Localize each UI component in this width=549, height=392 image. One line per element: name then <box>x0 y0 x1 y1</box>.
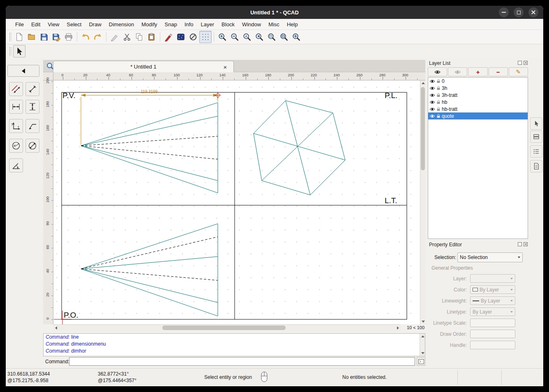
dimension-linear-tool[interactable] <box>25 82 39 96</box>
draw-color-button[interactable] <box>162 31 175 43</box>
horizontal-scrollbar[interactable] <box>53 324 401 331</box>
side-view-hexagon[interactable] <box>254 101 345 195</box>
tab-close-button[interactable]: × <box>221 63 229 71</box>
drawing-frame[interactable] <box>62 92 407 319</box>
layer-row-3h-tratt[interactable]: 3h-tratt <box>428 92 528 99</box>
command-input[interactable] <box>69 357 415 366</box>
palette-back-button[interactable] <box>7 65 39 77</box>
save-as-button[interactable] <box>50 31 62 43</box>
edit-layer-button[interactable]: ✎ <box>509 67 528 76</box>
menu-info[interactable]: Info <box>181 20 197 29</box>
property-linetype-dropdown[interactable]: By Layer <box>470 307 515 316</box>
disable-feature-button[interactable] <box>187 31 199 43</box>
menu-window[interactable]: Window <box>238 20 265 29</box>
menu-file[interactable]: File <box>12 20 28 29</box>
scroll-down-arrow[interactable] <box>420 319 426 324</box>
zoom-in-button[interactable] <box>216 31 228 43</box>
property-lineweight-dropdown[interactable]: By Layer <box>470 296 515 305</box>
menu-misc[interactable]: Misc <box>265 20 283 29</box>
menu-edit[interactable]: Edit <box>28 20 44 29</box>
front-view-hidden-lines[interactable] <box>81 136 218 159</box>
dimension-horizontal-tool[interactable] <box>9 100 23 114</box>
library-browser-toggle[interactable] <box>530 160 542 172</box>
dimension-entity[interactable] <box>81 95 218 145</box>
menu-block[interactable]: Block <box>218 20 238 29</box>
top-view-entities[interactable] <box>81 224 218 316</box>
dimension-angular-tool[interactable] <box>9 158 23 172</box>
command-history-scrollbar[interactable] <box>420 334 425 356</box>
property-editor-toggle[interactable] <box>530 117 542 130</box>
block-list-toggle[interactable] <box>530 145 542 158</box>
close-button[interactable] <box>528 7 538 17</box>
window-zoom-button[interactable] <box>278 31 290 43</box>
layer-row-0[interactable]: 0 <box>428 78 528 85</box>
close-panel-icon[interactable] <box>524 242 528 246</box>
menu-select[interactable]: Select <box>63 20 85 29</box>
title-bar[interactable]: Untitled 1 * - QCAD <box>6 6 543 19</box>
vertical-scrollbar[interactable] <box>420 80 425 324</box>
horizontal-scrollbar-thumb[interactable] <box>162 326 286 330</box>
property-draw-order-input[interactable] <box>470 330 515 338</box>
menu-view[interactable]: View <box>44 20 63 29</box>
minimize-button[interactable] <box>499 7 509 17</box>
layer-row-3h[interactable]: 3h <box>428 85 528 92</box>
property-layer-dropdown[interactable] <box>470 274 515 283</box>
print-button[interactable] <box>62 31 75 43</box>
auto-zoom-button[interactable]: A <box>241 31 253 43</box>
layer-row-quote[interactable]: quote <box>428 112 528 119</box>
pen-tool-button[interactable] <box>108 31 121 43</box>
show-all-layers-button[interactable] <box>428 67 447 76</box>
layer-row-hb-tratt[interactable]: hb-tratt <box>428 105 528 112</box>
layer-list-toggle[interactable] <box>530 131 542 143</box>
zoom-to-selection-button[interactable] <box>265 31 278 43</box>
history-scroll-down[interactable] <box>420 351 425 356</box>
copy-button[interactable] <box>133 31 145 43</box>
dimension-radial-tool[interactable]: R <box>9 139 23 153</box>
remove-layer-button[interactable]: − <box>489 67 508 76</box>
dimension-leader-tool[interactable] <box>25 119 39 133</box>
history-scroll-up[interactable] <box>420 334 425 339</box>
property-linetype-scale-input[interactable] <box>470 319 515 327</box>
menu-dimension[interactable]: Dimension <box>105 20 138 29</box>
menu-layer[interactable]: Layer <box>197 20 218 29</box>
maximize-button[interactable] <box>514 7 524 17</box>
command-line-options-button[interactable] <box>417 357 425 366</box>
undock-icon[interactable] <box>518 242 522 246</box>
selection-dropdown[interactable]: No Selection <box>457 252 523 262</box>
menu-snap[interactable]: Snap <box>161 20 181 29</box>
menu-draw[interactable]: Draw <box>85 20 105 29</box>
zoom-out-button[interactable] <box>228 31 241 43</box>
pan-zoom-button[interactable] <box>290 31 302 43</box>
paste-button[interactable] <box>145 31 158 43</box>
hide-all-layers-button[interactable] <box>448 67 467 76</box>
close-panel-icon[interactable] <box>524 61 528 65</box>
cut-button[interactable] <box>121 31 133 43</box>
property-color-dropdown[interactable]: By Layer <box>470 285 515 294</box>
toolbar-handle[interactable] <box>9 32 12 41</box>
toolbar-handle[interactable] <box>9 47 12 56</box>
property-handle-input[interactable] <box>470 341 515 349</box>
save-button[interactable] <box>38 31 50 43</box>
dimension-diametric-tool[interactable] <box>25 139 39 153</box>
dimension-ordinate-tool[interactable]: yx <box>9 119 23 133</box>
previous-view-button[interactable] <box>253 31 265 43</box>
scroll-left-arrow[interactable] <box>53 325 59 330</box>
undock-icon[interactable] <box>518 61 522 65</box>
vertical-scrollbar-thumb[interactable] <box>421 87 425 170</box>
selection-pointer-button[interactable] <box>13 45 25 57</box>
drawing-canvas[interactable]: 119.3199 P.V. P.L. L.T. P.O. <box>53 80 420 324</box>
scroll-up-arrow[interactable] <box>420 80 426 86</box>
toggle-grid-button[interactable] <box>199 31 212 43</box>
undo-button[interactable] <box>79 31 92 43</box>
screen-linetypes-button[interactable] <box>175 31 187 43</box>
menu-modify[interactable]: Modify <box>138 20 161 29</box>
redo-button[interactable] <box>92 31 104 43</box>
document-tab[interactable]: * Untitled 1 × <box>53 61 234 72</box>
menu-help[interactable]: Help <box>283 20 302 29</box>
open-file-button[interactable] <box>25 31 38 43</box>
dimension-vertical-tool[interactable] <box>25 100 39 114</box>
add-layer-button[interactable]: + <box>468 67 487 76</box>
dimension-aligned-tool[interactable] <box>9 82 23 96</box>
layer-row-hb[interactable]: hb <box>428 99 528 105</box>
scroll-right-arrow[interactable] <box>395 325 401 330</box>
